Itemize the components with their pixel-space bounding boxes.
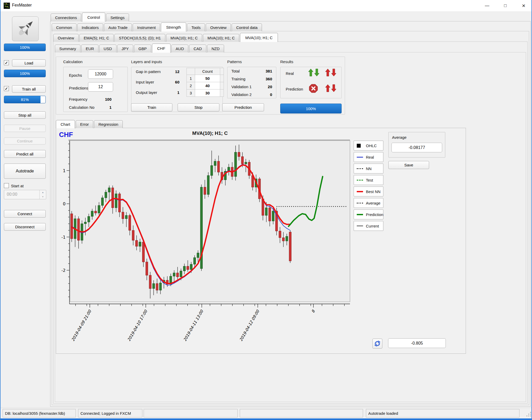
count-cell[interactable]: 30 (195, 89, 220, 97)
app-icon (4, 3, 10, 9)
maximize-button[interactable]: □ (498, 0, 513, 11)
tab-currency-usd[interactable]: USD (99, 45, 116, 52)
tab-error[interactable]: Error (76, 120, 93, 128)
tab-settings[interactable]: Settings (106, 14, 129, 21)
legend-nn-button[interactable]: NN (354, 164, 383, 173)
legend-average-button[interactable]: Average (354, 198, 383, 208)
legend-best-nn-button[interactable]: Best NN (354, 187, 383, 196)
tab-control[interactable]: Control (82, 13, 105, 22)
ohlc-swatch-icon (357, 144, 363, 148)
tab-chart[interactable]: Chart (56, 120, 75, 128)
tab-currency-eur[interactable]: EUR (81, 45, 98, 52)
tab-stoch[interactable]: STOCH(10,5,5); (D); H1 (114, 34, 165, 42)
tab-currency-aud[interactable]: AUD (171, 45, 189, 52)
tab-ema5[interactable]: EMA(5); H1; C (79, 34, 114, 42)
start-at-checkbox[interactable] (4, 183, 9, 188)
status-empty-1 (144, 409, 238, 417)
count-cell[interactable]: 40 (195, 82, 220, 89)
tab-tools[interactable]: Tools (187, 23, 205, 31)
maximize-icon: □ (504, 3, 507, 8)
resize-grip-icon[interactable] (525, 411, 531, 416)
start-time-value: 00:00 (7, 192, 17, 197)
tab-control-data[interactable]: Control data (232, 23, 262, 31)
app-window: FexMaster — □ ✕ Connections Control Sett… (0, 0, 532, 420)
count-table-header: Count (195, 68, 220, 75)
predictions-input[interactable]: 12 (88, 82, 113, 92)
patterns-validation2-value: 0 (251, 92, 272, 97)
legend-real-button[interactable]: Real (354, 152, 383, 162)
tab-currency-nzd[interactable]: NZD (207, 45, 224, 52)
stop-all-button[interactable]: Stop all (4, 111, 46, 119)
tab-overview[interactable]: Overview (206, 23, 231, 31)
connect-button[interactable]: Connect (4, 210, 46, 218)
tab-strength-overview[interactable]: Overview (53, 34, 79, 42)
autotrade-button[interactable]: Autotrade (4, 164, 46, 179)
tab-mva10-3[interactable]: MVA(10); H1; C (240, 33, 278, 42)
predict-all-button[interactable]: Predict all (4, 150, 46, 158)
tab-connections[interactable]: Connections (51, 14, 81, 21)
start-time-spinner[interactable]: 00:00 ▲ ▼ (4, 190, 46, 199)
spinner-up-icon[interactable]: ▲ (39, 190, 46, 195)
disconnect-button[interactable]: Disconnect (4, 223, 46, 231)
refresh-button[interactable] (372, 339, 382, 349)
tab-mva10-2[interactable]: MVA(10); H1; C (203, 34, 239, 42)
legend-prediction-button[interactable]: Prediction (354, 209, 383, 219)
red-up-down-arrows-icon (325, 68, 337, 77)
patterns-total-value: 381 (251, 69, 272, 73)
green-up-down-arrows-icon (308, 68, 320, 77)
train-all-button[interactable]: Train all (12, 85, 46, 93)
count-cell[interactable]: 50 (195, 75, 220, 82)
bottom-value-field[interactable]: -0.805 (388, 338, 446, 348)
best-nn-line-icon (357, 191, 363, 192)
count-table: Count 1 50 2 40 3 30 (186, 68, 224, 97)
pause-button[interactable]: Pause (4, 125, 46, 132)
input-layer-label: Input layer (136, 80, 154, 84)
spinner-down-icon[interactable]: ▼ (39, 195, 46, 199)
patterns-title: Patterns (227, 59, 242, 64)
tab-indicators[interactable]: Indicators (77, 23, 103, 31)
tab-auto-trade[interactable]: Auto Trade (104, 23, 132, 31)
tab-instrument[interactable]: Instrument (133, 23, 160, 31)
checkbox-check-icon: ✓ (5, 86, 8, 91)
tab-mva10-1[interactable]: MVA(10); H1; C (166, 34, 202, 42)
load-button[interactable]: Load (12, 59, 46, 67)
train-button[interactable]: Train (131, 103, 172, 111)
tab-common[interactable]: Common (52, 23, 77, 31)
chart-tabs: Chart Error Regression (56, 119, 124, 128)
patterns-validation1-label: Validation 1 (231, 85, 252, 89)
epochs-input[interactable]: 12000 (88, 69, 113, 79)
titlebar[interactable]: FexMaster — □ ✕ (1, 0, 531, 12)
input-layer-value: 60 (165, 80, 179, 84)
legend-test-button[interactable]: Test (354, 175, 383, 185)
current-line-icon (357, 226, 363, 226)
tab-currency-summary[interactable]: Summary (55, 45, 80, 52)
load-checkbox[interactable]: ✓ (4, 60, 9, 65)
legend-ohlc-button[interactable]: OHLC (354, 141, 383, 151)
minimize-button[interactable]: — (479, 0, 495, 11)
chart-plot[interactable]: 10-1-22019-04-09 21:002019-04-10 17:0020… (61, 135, 359, 352)
svg-text:2019-04-10 17:00: 2019-04-10 17:00 (126, 309, 148, 342)
tab-currency-chf[interactable]: CHF (152, 44, 171, 53)
save-button[interactable]: Save (388, 161, 429, 169)
tab-strength[interactable]: Strength (161, 22, 186, 32)
continue-button[interactable]: Continue (4, 137, 46, 145)
patterns-training-label: Training (231, 77, 245, 81)
train-all-checkbox[interactable]: ✓ (4, 86, 9, 91)
results-real-label: Real (286, 71, 294, 76)
real-line-icon (357, 157, 363, 158)
tab-currency-jpy[interactable]: JPY (117, 45, 133, 52)
stop-button[interactable]: Stop (178, 103, 219, 111)
frequency-value: 100 (100, 97, 112, 101)
tab-currency-gbp[interactable]: GBP (134, 45, 151, 52)
tab-currency-cad[interactable]: CAD (189, 45, 206, 52)
output-layer-label: Output layer (136, 90, 157, 95)
tab-regression[interactable]: Regression (94, 120, 123, 128)
average-value-field[interactable]: -0.08177 (391, 143, 442, 152)
rocket-logo-icon (12, 16, 39, 41)
status-db: DB: localhost/3055 (fexmaster.fdb) (3, 409, 76, 417)
layers-title: Layers and inputs (131, 59, 162, 64)
prediction-button[interactable]: Prediction (222, 103, 264, 111)
close-button[interactable]: ✕ (516, 0, 531, 11)
svg-text:0: 0 (63, 201, 66, 206)
legend-current-button[interactable]: Current (354, 221, 383, 231)
